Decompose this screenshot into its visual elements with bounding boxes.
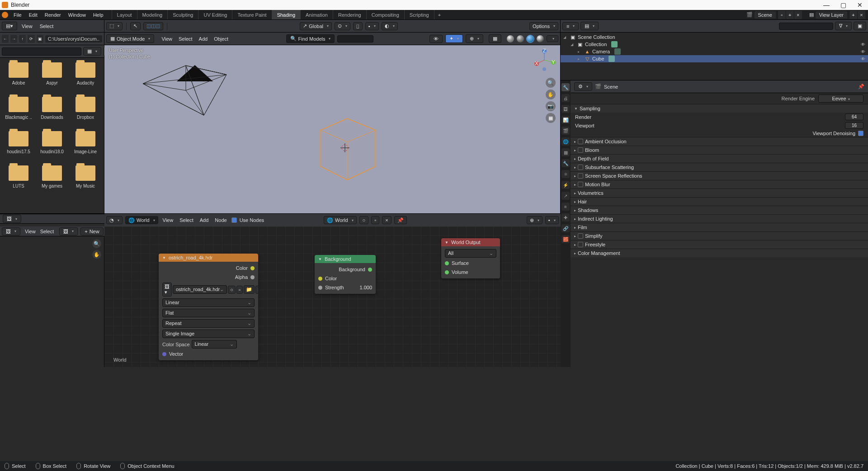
camera-object[interactable] [141, 63, 240, 127]
prop-tab-7[interactable]: 🔧 [561, 159, 570, 167]
filebrowser-display-mode[interactable]: ▤▾ [2, 22, 17, 30]
tree-collection[interactable]: ◢▣Collection 👁 [561, 41, 868, 48]
zoom-button[interactable]: 🔍 [546, 78, 556, 88]
tab-uv-editing[interactable]: UV Editing [198, 10, 232, 19]
display-settings-button[interactable]: ▦ [83, 47, 101, 56]
folder-item[interactable]: Dropbox [69, 97, 102, 131]
node-overlay-toggle[interactable]: ⊕ [527, 216, 542, 224]
pivot-dropdown[interactable]: ⊙ [335, 22, 350, 30]
overlay-toggle[interactable]: ⊕ [466, 34, 483, 43]
blender-logo[interactable] [0, 10, 10, 19]
bp-select[interactable]: Select [40, 229, 54, 234]
menu-window[interactable]: Window [65, 10, 90, 19]
scene-browse-button[interactable]: ▫ [778, 11, 786, 19]
prop-tab-13[interactable]: 🔗 [561, 224, 570, 232]
folder-item[interactable]: Aspyr [35, 62, 69, 97]
v3d-menu-object[interactable]: Object [212, 36, 230, 42]
viewlayer-new-button[interactable]: + [849, 11, 857, 19]
env-unlink[interactable]: × [255, 286, 258, 294]
options-dropdown[interactable]: Options [529, 22, 558, 30]
render-samples-field[interactable]: 64 [845, 113, 863, 120]
panel-simplify[interactable]: ▸Simplify [571, 231, 868, 240]
snap-toggle[interactable]: ⌷ [353, 22, 363, 30]
sampling-panel-header[interactable]: ▼Sampling [571, 104, 868, 113]
panel-depth-of-field[interactable]: ▸Depth of Field [571, 154, 868, 163]
maximize-button[interactable]: ▢ [840, 1, 846, 9]
folder-item[interactable]: Adobe [2, 62, 35, 97]
env-projection[interactable]: Flat [162, 309, 255, 317]
prop-tab-2[interactable]: 🖼 [561, 105, 570, 113]
panel-film[interactable]: ▸Film [571, 223, 868, 231]
panel-freestyle[interactable]: ▸Freestyle [571, 240, 868, 249]
bp-view[interactable]: View [23, 229, 38, 234]
coll-visibility-toggle[interactable]: 👁 [861, 42, 865, 47]
tab-sculpting[interactable]: Sculpting [168, 10, 198, 19]
panel-checkbox[interactable] [578, 182, 583, 187]
editor-type-button[interactable]: ⬚ [106, 22, 123, 30]
node-pin[interactable]: 📌 [394, 216, 407, 224]
bp-pan-button[interactable]: ✋ [92, 250, 101, 259]
image-editor-display[interactable]: 🖼 [2, 227, 20, 236]
panel-color-management[interactable]: ▸Color Management [571, 249, 868, 257]
prop-tab-11[interactable]: ≡ [561, 203, 570, 211]
panel-checkbox[interactable] [578, 173, 583, 179]
output-target[interactable]: All [445, 249, 496, 258]
prop-tab-5[interactable]: 🌐 [561, 137, 570, 146]
search-models-input[interactable] [337, 35, 373, 42]
outliner-filter[interactable]: ∇ [835, 22, 852, 30]
panel-checkbox[interactable] [578, 233, 583, 239]
camera-view-button[interactable]: 📷 [546, 101, 556, 111]
scene-del-button[interactable]: × [794, 11, 802, 19]
node-graph-canvas[interactable]: World ▼ostrich_road_4k.hdr Color Alpha 🖼… [104, 226, 561, 367]
shading-solid[interactable] [517, 35, 524, 42]
cube-visibility-toggle[interactable]: 👁 [861, 57, 865, 61]
node-menu-add[interactable]: Add [198, 217, 211, 223]
viewport-denoising-checkbox[interactable] [858, 131, 863, 136]
prop-tab-1[interactable]: 🖨 [561, 94, 570, 102]
nav-gizmo[interactable]: Z Y X [533, 49, 556, 71]
tab-animation[interactable]: Animation [301, 10, 333, 19]
viewport-samples-field[interactable]: 16 [845, 122, 863, 129]
engine-dropdown[interactable]: Eevee [818, 94, 863, 103]
gizmo-toggle[interactable]: ✦ [445, 34, 463, 43]
folder-item[interactable]: My games [35, 165, 69, 200]
menu-render[interactable]: Render [41, 10, 65, 19]
node-menu-node[interactable]: Node [213, 217, 228, 223]
env-colorspace[interactable]: Linear [192, 340, 237, 349]
folder-item[interactable]: LUTS [2, 165, 35, 200]
prop-tab-9[interactable]: ⚡ [561, 181, 570, 189]
minimize-button[interactable]: — [823, 1, 830, 9]
env-fake-user[interactable]: ○ [228, 286, 236, 294]
panel-checkbox[interactable] [578, 165, 583, 170]
nav-back-button[interactable]: ← [2, 35, 9, 43]
prop-tab-0[interactable]: 🔧 [561, 83, 570, 91]
folder-item[interactable]: Blackmagic .. [2, 97, 35, 131]
v3d-menu-add[interactable]: Add [197, 36, 210, 42]
panel-subsurface-scattering[interactable]: ▸Subsurface Scattering [571, 163, 868, 171]
tree-item-camera[interactable]: ▸▲Camera 👁 [561, 48, 868, 55]
fb-menu-select[interactable]: Select [37, 24, 57, 29]
bp-zoom-button[interactable]: 🔍 [92, 239, 101, 248]
menu-file[interactable]: File [10, 10, 25, 19]
world-fake-user[interactable]: ○ [359, 216, 369, 224]
prop-tab-4[interactable]: 🎬 [561, 127, 570, 135]
snap-cluster-buttons[interactable]: ◫◫◫ [143, 22, 163, 30]
path-field[interactable]: C:\Users\rorys\Docum.. [45, 35, 102, 42]
folder-item[interactable]: houdini18.0 [35, 131, 69, 165]
env-open[interactable]: 📁 [244, 285, 255, 294]
panel-bloom[interactable]: ▸Bloom [571, 146, 868, 154]
camera-visibility-toggle[interactable]: 👁 [861, 49, 865, 54]
prop-tab-3[interactable]: 📊 [561, 116, 570, 124]
panel-hair[interactable]: ▸Hair [571, 197, 868, 206]
env-source[interactable]: Single Image [162, 330, 255, 338]
prop-editor-type[interactable]: ⚙ [574, 82, 592, 91]
env-interp[interactable]: Linear [162, 298, 255, 307]
folder-item[interactable]: Downloads [35, 97, 69, 131]
tab-shading[interactable]: Shading [272, 10, 301, 19]
fb-menu-view[interactable]: View [19, 24, 35, 29]
tab-layout[interactable]: Layout [112, 10, 137, 19]
file-filter-input[interactable] [2, 47, 81, 56]
tab-scripting[interactable]: Scripting [405, 10, 434, 19]
prop-tab-6[interactable]: ▦ [561, 148, 570, 156]
viewlayer-del-button[interactable]: × [857, 11, 865, 19]
